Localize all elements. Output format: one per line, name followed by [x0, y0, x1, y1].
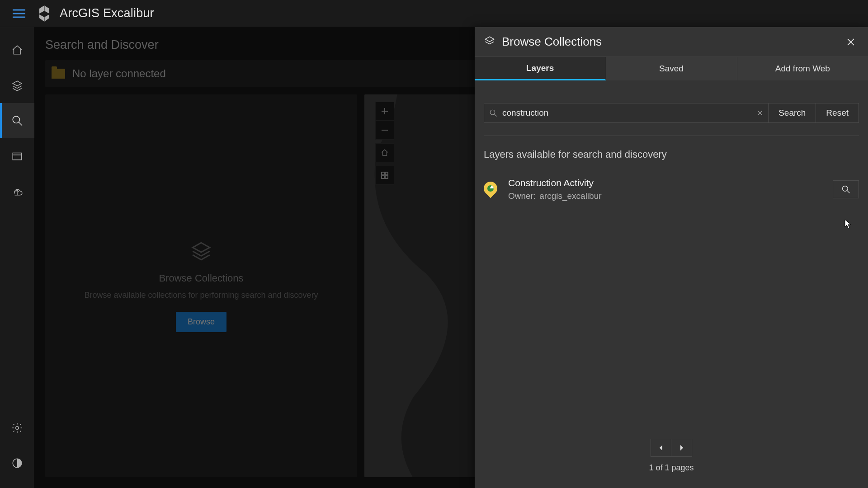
tab-add-from-web[interactable]: Add from Web: [737, 57, 868, 80]
drawer-tabs: Layers Saved Add from Web: [475, 57, 868, 80]
svg-line-4: [19, 122, 22, 126]
svg-line-20: [494, 114, 496, 116]
divider: [484, 136, 859, 136]
pager-next-button[interactable]: [671, 439, 692, 457]
sidebar-upload[interactable]: [0, 174, 34, 209]
tab-saved[interactable]: Saved: [606, 57, 737, 80]
close-drawer-button[interactable]: [843, 34, 859, 50]
result-row[interactable]: Construction Activity Owner:arcgis_excal…: [484, 178, 859, 201]
svg-line-24: [847, 191, 850, 193]
tab-layers[interactable]: Layers: [475, 57, 606, 80]
pager: [651, 439, 692, 457]
search-icon: [484, 109, 502, 117]
app-header: ArcGIS Excalibur: [0, 0, 868, 27]
result-title: Construction Activity: [508, 178, 833, 188]
app-logo-icon: [34, 4, 54, 23]
svg-point-19: [490, 110, 495, 115]
pager-label: 1 of 1 pages: [649, 463, 693, 473]
sidebar-search[interactable]: [0, 103, 34, 138]
results-heading: Layers available for search and discover…: [484, 149, 859, 160]
svg-point-3: [13, 116, 19, 123]
browse-collections-drawer: Browse Collections Layers Saved Add from…: [475, 27, 868, 488]
search-button[interactable]: Search: [768, 103, 816, 123]
result-search-button[interactable]: [833, 180, 859, 198]
app-title: ArcGIS Excalibur: [60, 6, 154, 20]
layer-pin-icon: [484, 182, 499, 197]
drawer-title: Browse Collections: [502, 35, 602, 49]
layers-icon: [484, 35, 495, 49]
svg-rect-5: [13, 153, 22, 160]
search-input-wrapper: [484, 103, 768, 123]
svg-point-7: [15, 427, 19, 430]
sidebar-layers[interactable]: [0, 68, 34, 103]
reset-button[interactable]: Reset: [816, 103, 859, 123]
sidebar-settings[interactable]: [0, 410, 34, 446]
sidebar-files[interactable]: [0, 138, 34, 174]
sidebar-home[interactable]: [0, 33, 34, 68]
search-input[interactable]: [502, 108, 752, 118]
pager-prev-button[interactable]: [651, 439, 671, 457]
clear-search-button[interactable]: [752, 103, 768, 122]
left-sidebar: [0, 27, 34, 488]
result-owner: Owner:arcgis_excalibur: [508, 191, 833, 201]
sidebar-theme[interactable]: [0, 446, 34, 481]
menu-toggle[interactable]: [7, 0, 31, 27]
svg-point-23: [843, 186, 848, 192]
cursor-icon: [844, 219, 852, 229]
